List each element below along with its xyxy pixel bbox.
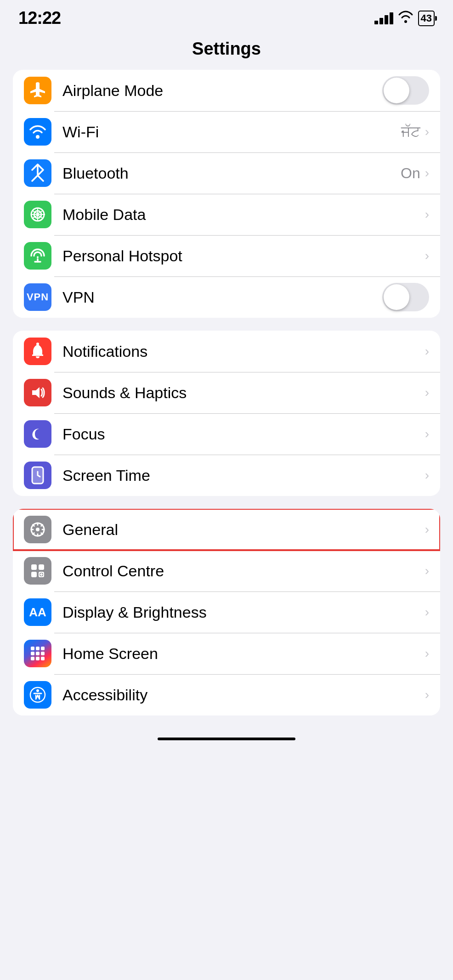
general-chevron: › [425, 522, 429, 537]
accessibility-chevron: › [425, 687, 429, 702]
mobile-data-label: Mobile Data [62, 206, 425, 224]
status-bar: 12:22 43 [0, 0, 453, 33]
battery-level: 43 [421, 12, 432, 24]
control-centre-row[interactable]: Control Centre › [13, 550, 440, 591]
svg-rect-20 [31, 657, 34, 660]
notifications-chevron: › [425, 344, 429, 359]
airplane-mode-icon [24, 77, 51, 104]
vpn-row[interactable]: VPN VPN [13, 276, 440, 318]
svg-rect-17 [31, 652, 34, 655]
battery-icon: 43 [418, 11, 435, 26]
vpn-toggle[interactable] [382, 283, 429, 311]
wifi-icon [398, 10, 413, 26]
svg-rect-9 [31, 564, 37, 570]
svg-rect-10 [39, 564, 44, 570]
display-brightness-label: Display & Brightness [62, 603, 425, 621]
svg-point-0 [36, 135, 40, 139]
notifications-label: Notifications [62, 343, 425, 360]
personal-hotspot-label: Personal Hotspot [62, 247, 425, 265]
accessibility-label: Accessibility [62, 686, 425, 704]
home-screen-row[interactable]: Home Screen › [13, 633, 440, 674]
focus-row[interactable]: Focus › [13, 413, 440, 455]
home-screen-label: Home Screen [62, 645, 425, 663]
wifi-value: ਜੱਟ [401, 124, 420, 141]
wifi-row-icon [24, 118, 51, 146]
wifi-chevron: › [425, 124, 429, 139]
control-centre-label: Control Centre [62, 562, 425, 580]
svg-rect-16 [41, 647, 45, 650]
status-time: 12:22 [18, 8, 61, 28]
wifi-row[interactable]: Wi-Fi ਜੱਟ › [13, 111, 440, 152]
vpn-icon: VPN [24, 283, 51, 311]
personal-hotspot-chevron: › [425, 248, 429, 263]
general-group: General › Control Centre › AA Display & … [13, 509, 440, 715]
bluetooth-label: Bluetooth [62, 164, 401, 182]
signal-bars-icon [374, 12, 393, 24]
vpn-label: VPN [27, 291, 49, 303]
display-brightness-row[interactable]: AA Display & Brightness › [13, 591, 440, 633]
general-row[interactable]: General › [13, 509, 440, 550]
home-indicator [158, 738, 295, 740]
airplane-mode-toggle[interactable] [382, 76, 429, 105]
page-title: Settings [0, 33, 453, 70]
aa-label: AA [29, 605, 46, 620]
home-screen-chevron: › [425, 646, 429, 661]
airplane-mode-row[interactable]: Airplane Mode [13, 70, 440, 111]
svg-point-8 [36, 528, 40, 531]
sounds-icon [24, 379, 51, 406]
svg-rect-22 [41, 657, 45, 660]
screen-time-chevron: › [425, 468, 429, 483]
svg-rect-18 [36, 652, 40, 655]
sounds-haptics-label: Sounds & Haptics [62, 384, 425, 402]
screen-time-icon [24, 462, 51, 489]
bluetooth-value: On [401, 165, 420, 182]
sounds-haptics-row[interactable]: Sounds & Haptics › [13, 372, 440, 413]
sounds-haptics-chevron: › [425, 385, 429, 400]
display-brightness-chevron: › [425, 605, 429, 620]
svg-point-24 [36, 689, 39, 692]
notifications-row[interactable]: Notifications › [13, 331, 440, 372]
svg-rect-11 [31, 572, 37, 577]
screen-time-row[interactable]: Screen Time › [13, 455, 440, 496]
connectivity-group: Airplane Mode Wi-Fi ਜੱਟ › Bluetooth On › [13, 70, 440, 318]
svg-rect-21 [36, 657, 40, 660]
personal-hotspot-row[interactable]: Personal Hotspot › [13, 235, 440, 276]
focus-chevron: › [425, 427, 429, 441]
accessibility-icon [24, 681, 51, 709]
home-screen-icon [24, 640, 51, 667]
general-icon [24, 516, 51, 543]
vpn-row-label: VPN [62, 288, 382, 306]
svg-rect-14 [31, 647, 34, 650]
mobile-data-icon [24, 201, 51, 228]
focus-icon [24, 420, 51, 448]
control-centre-icon [24, 557, 51, 585]
personal-hotspot-icon [24, 242, 51, 270]
svg-rect-15 [36, 647, 40, 650]
status-icons: 43 [374, 10, 435, 26]
svg-rect-19 [41, 652, 45, 655]
mobile-data-row[interactable]: Mobile Data › [13, 194, 440, 235]
display-brightness-icon: AA [24, 598, 51, 626]
bluetooth-icon [24, 159, 51, 187]
accessibility-row[interactable]: Accessibility › [13, 674, 440, 715]
svg-point-4 [36, 343, 39, 345]
screen-time-label: Screen Time [62, 467, 425, 484]
bluetooth-chevron: › [425, 166, 429, 180]
notifications-group: Notifications › Sounds & Haptics › Focus… [13, 331, 440, 496]
control-centre-chevron: › [425, 563, 429, 578]
general-label: General [62, 521, 425, 539]
airplane-mode-label: Airplane Mode [62, 82, 382, 100]
wifi-label: Wi-Fi [62, 123, 401, 141]
focus-label: Focus [62, 425, 425, 443]
mobile-data-chevron: › [425, 207, 429, 222]
notifications-icon [24, 338, 51, 365]
bluetooth-row[interactable]: Bluetooth On › [13, 152, 440, 194]
